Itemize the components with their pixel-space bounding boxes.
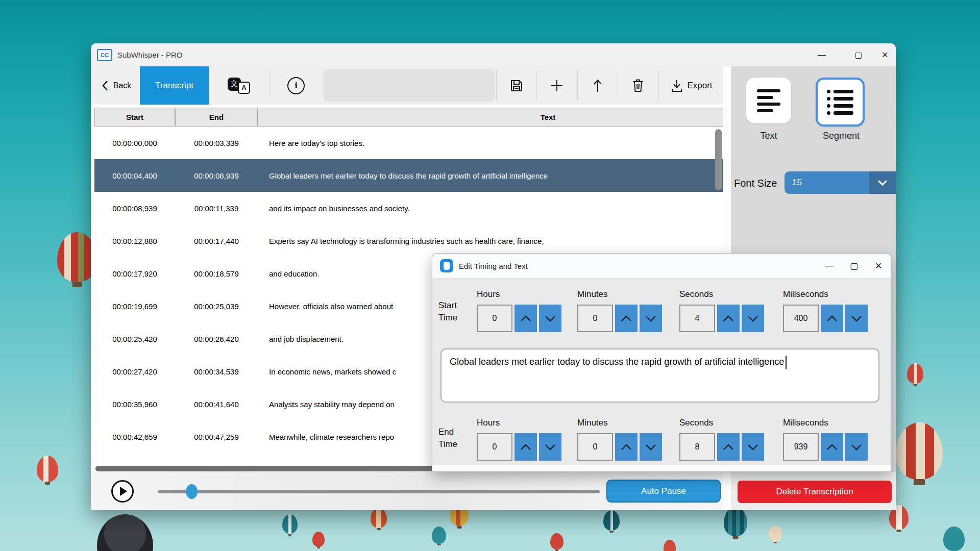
end-minutes-value[interactable]: 0 [577,433,613,461]
increment-button[interactable] [821,305,843,332]
back-label: Back [113,81,132,90]
segment-text-input[interactable]: Global leaders met earlier today to disc… [440,348,879,403]
view-mode-text-button[interactable] [746,78,791,123]
end-hours-value[interactable]: 0 [477,433,512,461]
font-size-label: Font Size [734,178,777,189]
balloon [769,525,782,542]
decrement-button[interactable] [742,433,764,461]
start-seconds-value[interactable]: 4 [679,305,715,332]
increment-button[interactable] [514,305,537,332]
download-icon [671,79,683,92]
add-segment-button[interactable] [538,66,576,105]
delete-segment-button[interactable] [619,66,657,105]
close-button[interactable]: ✕ [873,43,897,66]
increment-button[interactable] [717,305,740,332]
cell-start: 00:00:00,000 [94,139,175,147]
table-row[interactable]: 00:00:00,000 00:00:03,339 Here are today… [94,127,723,159]
transcript-tab-label: Transcript [155,81,193,91]
desktop-background: CC SubWhisper - PRO — ▢ ✕ Back Transcrip… [0,0,980,551]
cell-end: 00:00:26,420 [175,335,258,343]
toolbar-empty-field [323,69,495,102]
font-size-dropdown[interactable]: 15 [785,171,896,194]
dialog-close-button[interactable]: ✕ [866,254,891,278]
increment-button[interactable] [615,433,638,461]
play-button[interactable] [111,480,134,503]
cell-start: 00:00:25,420 [94,335,175,343]
back-button[interactable]: Back [93,66,140,105]
decrement-button[interactable] [640,305,662,332]
balloon [907,363,923,384]
increment-button[interactable] [717,433,740,461]
table-row-selected[interactable]: 00:00:04,400 00:00:08,939 Global leaders… [94,159,723,192]
balloon [603,510,620,531]
playback-slider-thumb[interactable] [186,484,198,499]
segment-text-value: Global leaders met earlier today to disc… [450,357,784,367]
table-row[interactable]: 00:00:08,939 00:00:11,339 and its impact… [94,192,723,224]
decrement-button[interactable] [845,433,868,461]
balloon [724,507,747,536]
table-row[interactable]: 00:00:12,880 00:00:17,440 Experts say AI… [94,224,723,257]
decrement-button[interactable] [539,305,561,332]
balloon [943,527,965,551]
export-label: Export [687,81,712,91]
end-miliseconds-label: Miliseconds [783,418,828,428]
decrement-button[interactable] [640,433,662,461]
view-mode-segment-button[interactable] [816,78,865,127]
cell-text: Here are today's top stories. [258,139,723,147]
move-up-button[interactable] [579,66,617,105]
increment-button[interactable] [514,433,537,461]
start-seconds-spinner: 4 [679,305,764,332]
balloon [550,533,564,549]
cell-end: 00:00:08,939 [175,171,258,180]
font-size-value: 15 [785,178,869,188]
cell-end: 00:00:47,259 [175,433,258,441]
cell-text: and its impact on businesses and society… [258,204,723,213]
translate-button[interactable]: 文 A [209,66,269,105]
dialog-titlebar: Edit Timing and Text — ▢ ✕ [432,254,891,279]
increment-button[interactable] [615,305,638,332]
info-button[interactable]: ℹ [269,66,323,105]
info-icon: ℹ [287,77,305,94]
start-hours-label: Hours [477,289,500,299]
dialog-maximize-button[interactable]: ▢ [842,254,866,278]
decrement-button[interactable] [539,433,561,461]
horizontal-scrollbar[interactable] [95,466,437,471]
end-miliseconds-spinner: 939 [783,433,868,461]
add-icon [550,79,564,92]
cell-end: 00:00:11,339 [175,204,258,213]
start-miliseconds-label: Miliseconds [783,289,828,299]
cell-text: Global leaders met earlier today to disc… [258,171,723,180]
start-minutes-value[interactable]: 0 [577,305,613,332]
start-miliseconds-spinner: 400 [783,305,868,332]
dialog-minimize-button[interactable]: — [817,254,842,278]
start-seconds-label: Seconds [679,289,713,299]
column-header-text[interactable]: Text [258,108,723,127]
delete-transcription-label: Delete Transcription [776,487,853,497]
decrement-button[interactable] [845,305,868,332]
vertical-scrollbar[interactable] [715,129,722,190]
maximize-button[interactable]: ▢ [847,43,870,66]
delete-transcription-button[interactable]: Delete Transcription [738,481,892,503]
column-header-end[interactable]: End [175,108,258,127]
end-hours-label: Hours [477,418,500,428]
bottom-right-section: Delete Transcription [731,472,896,510]
end-miliseconds-value[interactable]: 939 [783,433,819,461]
window-title: SubWhisper - PRO [117,51,183,59]
increment-button[interactable] [821,433,843,461]
auto-pause-button[interactable]: Auto Pause [606,480,721,503]
chevron-left-icon [102,80,109,91]
cell-start: 00:00:19,699 [94,302,175,311]
column-header-start[interactable]: Start [94,108,175,127]
export-button[interactable]: Export [662,66,722,105]
save-button[interactable] [498,66,535,105]
end-seconds-value[interactable]: 8 [679,433,715,461]
end-minutes-label: Minutes [577,418,608,428]
decrement-button[interactable] [742,305,764,332]
tab-transcript[interactable]: Transcript [140,66,209,105]
start-hours-spinner: 0 [477,305,561,332]
minimize-button[interactable]: — [810,43,834,66]
playback-slider-track[interactable] [158,490,600,493]
start-miliseconds-value[interactable]: 400 [783,305,819,332]
start-hours-value[interactable]: 0 [477,305,512,332]
balloon [896,422,943,480]
